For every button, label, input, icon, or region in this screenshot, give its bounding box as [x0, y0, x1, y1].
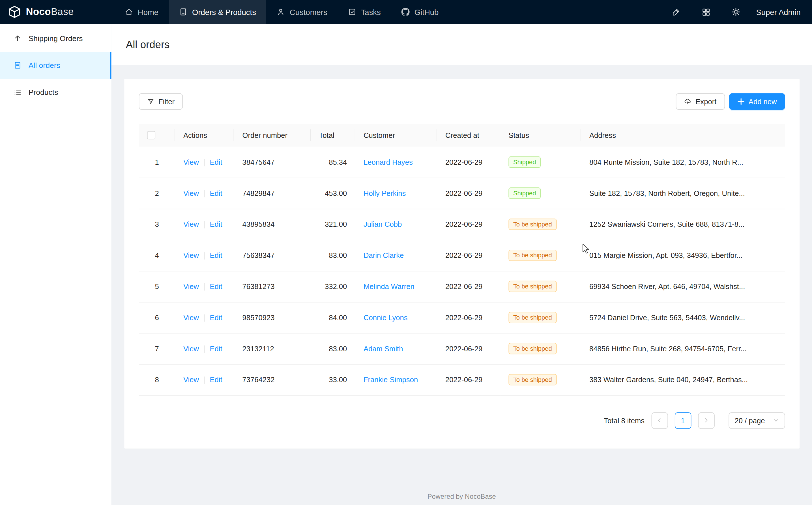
edit-link[interactable]: Edit: [210, 220, 222, 228]
customer-cell: Melinda Warren: [355, 271, 437, 302]
address-cell: 5724 Daniel Drive, Suite 563, 54403, Wen…: [581, 302, 785, 333]
edit-link[interactable]: Edit: [210, 313, 222, 322]
list-icon: [14, 88, 22, 96]
chevron-left-icon: [657, 417, 662, 423]
orders-file-icon: [14, 61, 22, 69]
customer-cell: Darin Clarke: [355, 240, 437, 271]
previous-page-button[interactable]: [651, 412, 668, 429]
page-size-value: 20 / page: [735, 416, 765, 424]
table-row[interactable]: 7 ViewEdit 23132112 83.00 Adam Smith 202…: [139, 333, 785, 364]
row-index: 5: [139, 271, 175, 302]
table-row[interactable]: 3 ViewEdit 43895834 321.00 Julian Cobb 2…: [139, 209, 785, 240]
order-number-cell: 75638347: [234, 240, 311, 271]
nav-item-label: Tasks: [361, 8, 381, 16]
customer-link[interactable]: Julian Cobb: [363, 220, 402, 228]
nav-item-customers[interactable]: Customers: [267, 0, 338, 24]
created-at-cell: 2022-06-29: [437, 302, 500, 333]
table-row[interactable]: 2 ViewEdit 74829847 453.00 Holly Perkins…: [139, 178, 785, 209]
view-link[interactable]: View: [183, 158, 199, 166]
export-button-label: Export: [696, 98, 716, 106]
home-icon: [125, 8, 133, 16]
apps-grid-icon[interactable]: [697, 3, 715, 21]
action-divider: [204, 159, 205, 166]
column-header-order-number: Order number: [234, 124, 311, 147]
customer-link[interactable]: Darin Clarke: [363, 251, 404, 259]
edit-link[interactable]: Edit: [210, 344, 222, 352]
created-at-cell: 2022-06-29: [437, 240, 500, 271]
customer-link[interactable]: Connie Lyons: [363, 313, 408, 322]
sidebar-item-products[interactable]: Products: [0, 79, 111, 106]
table-row[interactable]: 6 ViewEdit 98570923 84.00 Connie Lyons 2…: [139, 302, 785, 333]
created-at-cell: 2022-06-29: [437, 271, 500, 302]
nav-item-tasks[interactable]: Tasks: [337, 0, 391, 24]
actions-cell: ViewEdit: [175, 178, 234, 209]
status-cell: Shipped: [500, 178, 581, 209]
total-cell: 321.00: [311, 209, 355, 240]
brand[interactable]: NocoBase: [0, 0, 111, 24]
top-navigation-bar: NocoBase Home Orders & Products Customer…: [0, 0, 812, 24]
export-button[interactable]: Export: [676, 93, 725, 110]
filter-button-label: Filter: [159, 98, 175, 106]
table-row[interactable]: 8 ViewEdit 73764232 33.00 Frankie Simpso…: [139, 364, 785, 395]
view-link[interactable]: View: [183, 313, 199, 322]
customer-link[interactable]: Melinda Warren: [363, 282, 415, 291]
table-row[interactable]: 4 ViewEdit 75638347 83.00 Darin Clarke 2…: [139, 240, 785, 271]
select-all-checkbox[interactable]: [147, 131, 155, 140]
edit-link[interactable]: Edit: [210, 375, 222, 383]
view-link[interactable]: View: [183, 220, 199, 228]
customer-link[interactable]: Adam Smith: [363, 344, 403, 353]
action-divider: [204, 252, 205, 260]
column-header-actions: Actions: [175, 124, 234, 147]
total-cell: 84.00: [311, 302, 355, 333]
brand-name: NocoBase: [26, 6, 74, 18]
sidebar-item-shipping-orders[interactable]: Shipping Orders: [0, 25, 111, 52]
nav-item-github[interactable]: GitHub: [391, 0, 449, 24]
edit-link[interactable]: Edit: [210, 282, 222, 291]
order-number-cell: 76381273: [234, 271, 311, 302]
view-link[interactable]: View: [183, 344, 199, 352]
pagination: Total 8 items 1 20 / page: [139, 412, 785, 429]
page-size-select[interactable]: 20 / page: [729, 412, 785, 429]
table-row[interactable]: 1 ViewEdit 38475647 85.34 Leonard Hayes …: [139, 147, 785, 178]
nav-item-label: Customers: [290, 8, 327, 16]
view-link[interactable]: View: [183, 282, 199, 291]
arrow-up-icon: [14, 34, 22, 42]
created-at-cell: 2022-06-29: [437, 364, 500, 395]
ui-editor-pen-icon[interactable]: [667, 3, 685, 21]
view-link[interactable]: View: [183, 251, 199, 259]
add-new-button[interactable]: Add new: [729, 93, 785, 110]
actions-cell: ViewEdit: [175, 333, 234, 364]
customer-link[interactable]: Frankie Simpson: [363, 376, 418, 384]
sidebar-item-all-orders[interactable]: All orders: [0, 52, 111, 79]
page-header: All orders: [111, 24, 812, 65]
action-divider: [204, 315, 205, 322]
address-cell: 69934 Schoen River, Apt. 646, 49704, Wal…: [581, 271, 785, 302]
edit-link[interactable]: Edit: [210, 158, 222, 166]
customer-link[interactable]: Leonard Hayes: [363, 158, 413, 166]
address-cell: 383 Walter Gardens, Suite 040, 24947, Be…: [581, 364, 785, 395]
table-row[interactable]: 5 ViewEdit 76381273 332.00 Melinda Warre…: [139, 271, 785, 302]
main-area: All orders Filter: [111, 24, 812, 505]
address-cell: 84856 Hirthe Run, Suite 268, 94754-6705,…: [581, 333, 785, 364]
created-at-cell: 2022-06-29: [437, 209, 500, 240]
topbar-actions: Super Admin: [655, 0, 812, 24]
next-page-button[interactable]: [698, 412, 715, 429]
nav-item-home[interactable]: Home: [114, 0, 169, 24]
total-cell: 83.00: [311, 333, 355, 364]
status-badge: To be shipped: [508, 218, 556, 230]
add-new-button-label: Add new: [749, 98, 777, 106]
action-divider: [204, 190, 205, 198]
filter-button[interactable]: Filter: [139, 93, 183, 110]
edit-link[interactable]: Edit: [210, 251, 222, 259]
table-toolbar: Filter Export Add: [139, 93, 785, 110]
settings-gear-icon[interactable]: [727, 3, 745, 21]
nav-item-orders-products[interactable]: Orders & Products: [169, 0, 267, 24]
app-window: NocoBase Home Orders & Products Customer…: [0, 0, 812, 505]
view-link[interactable]: View: [183, 189, 199, 197]
page-number-button[interactable]: 1: [674, 412, 691, 429]
actions-cell: ViewEdit: [175, 209, 234, 240]
user-menu[interactable]: Super Admin: [756, 8, 801, 16]
view-link[interactable]: View: [183, 375, 199, 383]
customer-link[interactable]: Holly Perkins: [363, 189, 406, 197]
edit-link[interactable]: Edit: [210, 189, 222, 197]
